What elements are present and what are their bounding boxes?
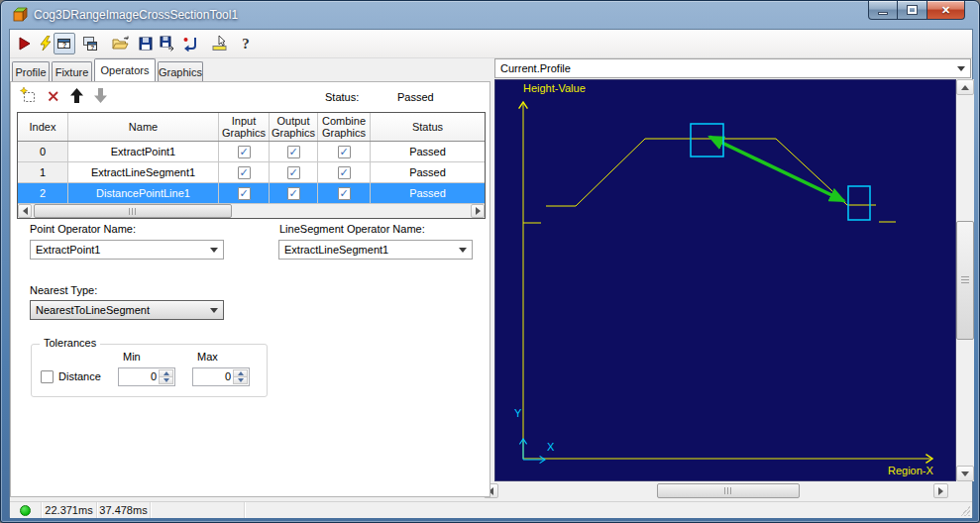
minimize-button[interactable] xyxy=(868,1,898,20)
tab-operators[interactable]: Operators xyxy=(94,58,156,81)
max-value: 0 xyxy=(225,370,231,382)
scroll-right-button[interactable] xyxy=(933,483,948,498)
profile-polyline xyxy=(546,139,876,206)
open-folder-icon xyxy=(112,36,130,52)
scroll-down-button[interactable] xyxy=(956,466,974,481)
nearest-type-combobox[interactable]: NearestToLineSegment xyxy=(30,300,224,320)
main-toolbar: ? ? xyxy=(10,30,972,58)
open-button[interactable] xyxy=(110,33,132,54)
run-icon xyxy=(17,36,33,52)
tool-window-icon: ? xyxy=(56,36,72,52)
save-icon xyxy=(138,36,154,52)
lightning-icon xyxy=(38,36,54,52)
distance-result-arrow xyxy=(709,137,844,201)
help-icon: ? xyxy=(242,36,250,52)
measure-button[interactable] xyxy=(209,33,231,54)
input-graphics-checkbox[interactable]: ✓ xyxy=(238,146,251,158)
move-up-button[interactable] xyxy=(68,87,85,104)
chart-h-scrollbar[interactable] xyxy=(484,483,948,498)
distance-max-spinner[interactable]: 0 xyxy=(192,367,250,386)
move-down-button[interactable] xyxy=(92,87,109,104)
minimize-icon xyxy=(878,12,888,15)
svg-text:?: ? xyxy=(62,42,66,49)
table-row[interactable]: 0 ExtractPoint1 ✓ ✓ ✓ Passed xyxy=(18,142,485,162)
scroll-thumb[interactable] xyxy=(34,204,232,218)
point-operator-value: ExtractPoint1 xyxy=(36,244,100,256)
save-button[interactable] xyxy=(135,33,157,54)
float-window-button[interactable]: ? xyxy=(79,33,101,54)
col-header-input[interactable]: Input Graphics xyxy=(219,113,270,141)
table-row[interactable]: 2 DistancePointLine1 ✓ ✓ ✓ Passed xyxy=(18,183,485,204)
tab-profile[interactable]: Profile xyxy=(12,61,50,81)
chart-v-scrollbar[interactable] xyxy=(956,79,974,481)
output-graphics-checkbox[interactable]: ✓ xyxy=(287,166,300,179)
window-title: Cog3DRangeImageCrossSectionTool1 xyxy=(34,8,238,22)
nearest-type-value: NearestToLineSegment xyxy=(36,304,150,316)
scroll-left-button[interactable] xyxy=(18,204,32,218)
chevron-down-icon xyxy=(210,248,218,253)
combine-graphics-checkbox[interactable]: ✓ xyxy=(338,146,351,158)
delete-operator-button[interactable] xyxy=(45,87,61,104)
scroll-thumb[interactable] xyxy=(657,483,800,498)
tool-cube-icon xyxy=(12,7,28,23)
add-operator-button[interactable] xyxy=(20,87,37,104)
pointer-ruler-icon xyxy=(211,36,229,52)
time-panel-2: 37.478ms xyxy=(97,502,151,518)
float-window-icon: ? xyxy=(82,36,98,52)
combine-graphics-checkbox[interactable]: ✓ xyxy=(338,187,351,200)
delete-x-icon xyxy=(47,89,60,103)
arrow-down-icon xyxy=(93,88,108,104)
table-row[interactable]: 1 ExtractLineSegment1 ✓ ✓ ✓ Passed xyxy=(18,162,485,183)
distance-checkbox[interactable]: ✓ xyxy=(41,370,54,383)
window-body: ? ? xyxy=(9,29,973,517)
distance-label: Distance xyxy=(58,370,101,382)
run-button[interactable] xyxy=(14,33,36,54)
reset-arrow-icon xyxy=(182,36,198,52)
point-operator-combobox[interactable]: ExtractPoint1 xyxy=(30,240,224,260)
output-graphics-checkbox[interactable]: ✓ xyxy=(287,187,300,200)
output-graphics-checkbox[interactable]: ✓ xyxy=(287,146,300,158)
tool-window: Cog3DRangeImageCrossSectionTool1 ✕ ? xyxy=(0,0,980,523)
x-axis-title: Region-X xyxy=(888,465,933,476)
col-header-output[interactable]: Output Graphics xyxy=(270,113,318,141)
save-as-button[interactable] xyxy=(157,33,178,54)
scroll-right-button[interactable] xyxy=(471,204,485,218)
nearest-type-label: Nearest Type: xyxy=(30,284,97,296)
input-graphics-checkbox[interactable]: ✓ xyxy=(238,166,251,179)
status-label: Status: xyxy=(325,91,359,103)
chevron-down-icon xyxy=(459,248,467,253)
chevron-down-icon xyxy=(210,308,218,313)
spin-up-button[interactable] xyxy=(233,369,248,377)
window-controls: ✕ xyxy=(868,1,965,20)
linesegment-operator-label: LineSegment Operator Name: xyxy=(279,223,425,235)
spin-down-button[interactable] xyxy=(233,377,248,384)
linesegment-marker-handle[interactable] xyxy=(848,186,870,220)
cell-index: 0 xyxy=(18,142,68,161)
display-source-combobox[interactable]: Current.Profile xyxy=(494,58,971,78)
tab-graphics[interactable]: Graphics xyxy=(158,61,203,81)
help-button[interactable]: ? xyxy=(235,33,257,54)
resize-grip[interactable] xyxy=(960,506,970,516)
input-graphics-checkbox[interactable]: ✓ xyxy=(238,187,251,200)
spin-up-button[interactable] xyxy=(159,369,173,377)
col-header-index[interactable]: Index xyxy=(18,113,68,141)
show-tool-window-button[interactable]: ? xyxy=(54,33,75,54)
combine-graphics-checkbox[interactable]: ✓ xyxy=(338,166,351,179)
run-status-panel xyxy=(10,502,42,518)
spin-down-button[interactable] xyxy=(159,377,173,384)
profile-chart[interactable]: Height-Value Region-X Y X xyxy=(494,79,956,481)
col-header-status[interactable]: Status xyxy=(371,113,485,141)
col-header-combine[interactable]: Combine Graphics xyxy=(318,113,371,141)
maximize-icon xyxy=(908,6,917,14)
scroll-thumb[interactable] xyxy=(956,221,974,340)
linesegment-operator-combobox[interactable]: ExtractLineSegment1 xyxy=(278,240,473,260)
scroll-up-button[interactable] xyxy=(956,79,974,95)
distance-min-spinner[interactable]: 0 xyxy=(118,367,175,386)
tab-fixture[interactable]: Fixture xyxy=(52,61,92,81)
reset-button[interactable] xyxy=(179,33,201,54)
close-button[interactable]: ✕ xyxy=(926,1,965,20)
display-source-value: Current.Profile xyxy=(500,62,571,74)
col-header-name[interactable]: Name xyxy=(68,113,219,141)
maximize-button[interactable] xyxy=(898,1,926,20)
table-h-scrollbar[interactable] xyxy=(18,204,485,218)
